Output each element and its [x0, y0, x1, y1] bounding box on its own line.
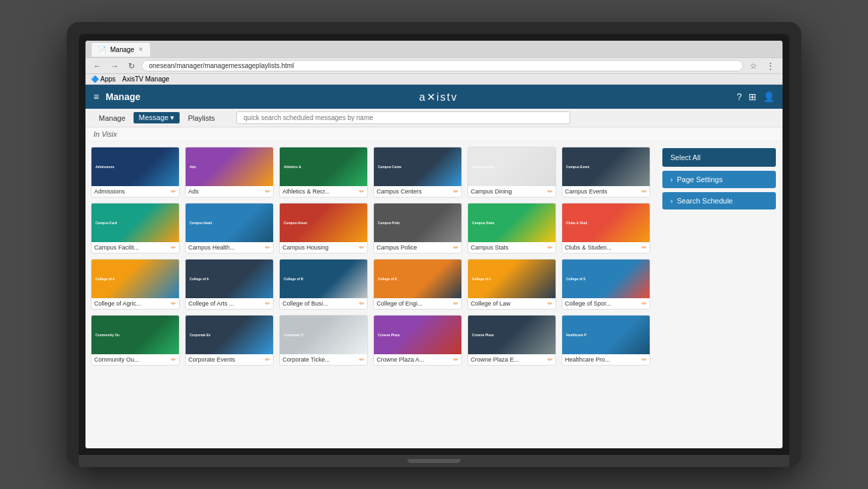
address-text: onesean/manager/managemessageplaylists.h… [149, 62, 294, 69]
playlist-card[interactable]: AdmissionsAdmissions✏ [91, 147, 180, 197]
edit-icon[interactable]: ✏ [453, 244, 459, 251]
thumbnail-text: Corporate Ti [282, 332, 305, 338]
playlist-thumbnail: Campus Healt [186, 203, 273, 242]
playlist-name: Admissions [94, 188, 125, 195]
search-bar-container [236, 111, 570, 124]
playlist-thumbnail: Crowne Plaza [374, 316, 461, 354]
thumbnail-text: Campus Polic [377, 219, 401, 226]
thumbnail-text: Campus Facil [94, 219, 119, 226]
edit-icon[interactable]: ✏ [265, 300, 270, 307]
search-schedule-button[interactable]: › Search Schedule [662, 192, 776, 209]
playlist-name: College of Spor... [565, 300, 611, 307]
nav-message-dropdown[interactable]: Message ▾ [134, 112, 180, 123]
playlist-thumbnail: College of S [562, 260, 650, 298]
edit-icon[interactable]: ✏ [548, 300, 553, 307]
hamburger-menu-icon[interactable]: ≡ [93, 91, 99, 102]
select-all-button[interactable]: Select All [662, 148, 776, 167]
browser-tab[interactable]: 📄 Manage ✕ [91, 42, 151, 57]
reload-button[interactable]: ↻ [126, 61, 138, 71]
playlist-thumbnail: Campus Housi [280, 203, 367, 242]
help-icon[interactable]: ? [736, 91, 742, 102]
playlist-card[interactable]: AdsAds✏ [185, 147, 274, 197]
playlist-label: Campus Police✏ [374, 242, 461, 253]
edit-icon[interactable]: ✏ [548, 244, 553, 251]
playlist-card[interactable]: Campus HealtCampus Health...✏ [185, 203, 274, 254]
app-header: ≡ Manage a✕istv ? ⊞ 👤 [85, 85, 783, 109]
playlist-name: Healthcare Pro... [565, 356, 610, 363]
forward-button[interactable]: → [108, 61, 122, 71]
tab-close-button[interactable]: ✕ [138, 46, 144, 53]
playlist-card[interactable]: College of ECollege of Engi...✏ [373, 259, 462, 310]
address-bar[interactable]: onesean/manager/managemessageplaylists.h… [142, 60, 743, 71]
edit-icon[interactable]: ✏ [171, 356, 176, 363]
edit-icon[interactable]: ✏ [171, 244, 176, 251]
playlist-card[interactable]: Crowne PlazaCrowne Plaza A...✏ [373, 315, 462, 366]
playlist-card[interactable]: College of LCollege of Law✏ [467, 259, 556, 310]
thumbnail-text: Admissions [94, 163, 116, 170]
edit-icon[interactable]: ✏ [359, 244, 365, 251]
playlist-card[interactable]: College of ACollege of Agric...✏ [91, 259, 180, 310]
playlist-card[interactable]: Campus FacilCampus Facilit...✏ [91, 203, 180, 254]
bookmark-axistv[interactable]: AxisTV Manage [122, 75, 170, 83]
edit-icon[interactable]: ✏ [642, 188, 647, 195]
edit-icon[interactable]: ✏ [453, 188, 459, 195]
playlist-card[interactable]: Campus HousiCampus Housing✏ [279, 203, 368, 254]
page-settings-button[interactable]: › Page Settings [662, 171, 776, 188]
edit-icon[interactable]: ✏ [642, 244, 647, 251]
user-profile-icon[interactable]: 👤 [763, 91, 775, 102]
edit-icon[interactable]: ✏ [265, 244, 270, 251]
edit-icon[interactable]: ✏ [642, 300, 647, 307]
playlist-name: Athletics & Recr... [282, 188, 330, 195]
playlist-card[interactable]: Campus DininCampus Dining✏ [467, 147, 556, 197]
playlist-card[interactable]: Athletics & Athletics & Recr...✏ [279, 147, 368, 197]
playlist-label: College of Busi...✏ [280, 298, 367, 309]
playlist-card[interactable]: Campus StatsCampus Stats✏ [467, 203, 556, 254]
playlist-name: College of Busi... [282, 300, 328, 307]
playlist-card[interactable]: Healthcare PHealthcare Pro...✏ [562, 315, 650, 366]
playlist-card[interactable]: Clubs & StudClubs & Studen...✏ [562, 203, 650, 254]
edit-icon[interactable]: ✏ [359, 188, 365, 195]
playlist-grid-area[interactable]: AdmissionsAdmissions✏AdsAds✏Athletics & … [85, 141, 656, 448]
playlist-card[interactable]: Corporate EvCorporate Events✏ [185, 315, 274, 366]
back-button[interactable]: ← [91, 61, 104, 71]
nav-manage[interactable]: Manage [93, 113, 131, 123]
playlist-name: Crowne Plaza E... [471, 356, 519, 363]
playlist-card[interactable]: College of SCollege of Spor...✏ [562, 259, 650, 310]
playlist-label: Crowne Plaza E...✏ [468, 354, 556, 365]
playlist-card[interactable]: College of BCollege of Busi...✏ [279, 259, 368, 310]
playlist-label: Campus Facilit...✏ [91, 242, 179, 253]
bookmark-icon[interactable]: ☆ [747, 61, 760, 71]
edit-icon[interactable]: ✏ [359, 300, 365, 307]
edit-icon[interactable]: ✏ [453, 300, 459, 307]
playlist-card[interactable]: Campus PolicCampus Police✏ [373, 203, 462, 254]
laptop-frame: 📄 Manage ✕ ← → ↻ onesean/manager/managem… [67, 22, 801, 467]
edit-icon[interactable]: ✏ [453, 356, 459, 363]
playlist-card[interactable]: College of ACollege of Arts ...✏ [185, 259, 274, 310]
laptop-base [79, 455, 789, 467]
browser-tab-bar: 📄 Manage ✕ [85, 41, 783, 58]
edit-icon[interactable]: ✏ [548, 188, 553, 195]
edit-icon[interactable]: ✏ [548, 356, 553, 363]
edit-icon[interactable]: ✏ [642, 356, 647, 363]
playlist-card[interactable]: Corporate TiCorporate Ticke...✏ [279, 315, 368, 366]
playlist-label: Corporate Ticke...✏ [280, 354, 367, 365]
thumbnail-text: Campus Dinin [471, 163, 496, 170]
menu-button[interactable]: ⋮ [764, 61, 777, 71]
section-label-text: In Visix [93, 130, 117, 138]
apps-grid-icon[interactable]: ⊞ [748, 91, 756, 102]
nav-playlists[interactable]: Playlists [182, 113, 220, 123]
edit-icon[interactable]: ✏ [171, 300, 176, 307]
edit-icon[interactable]: ✏ [265, 356, 270, 363]
bookmark-apps[interactable]: 🔷 Apps [91, 75, 116, 83]
playlist-card[interactable]: Campus CenteCampus Centers✏ [373, 147, 462, 197]
playlist-card[interactable]: Community OuCommunity Ou...✏ [91, 315, 180, 366]
playlist-card[interactable]: Campus EventCampus Events✏ [562, 147, 650, 197]
edit-icon[interactable]: ✏ [265, 188, 270, 195]
edit-icon[interactable]: ✏ [359, 356, 365, 363]
playlist-name: Campus Facilit... [94, 244, 139, 251]
search-input[interactable] [236, 111, 570, 124]
playlist-label: College of Agric...✏ [91, 298, 179, 309]
playlist-card[interactable]: Crowne PlazaCrowne Plaza E...✏ [467, 315, 556, 366]
playlist-label: Admissions✏ [91, 186, 179, 197]
edit-icon[interactable]: ✏ [171, 188, 176, 195]
